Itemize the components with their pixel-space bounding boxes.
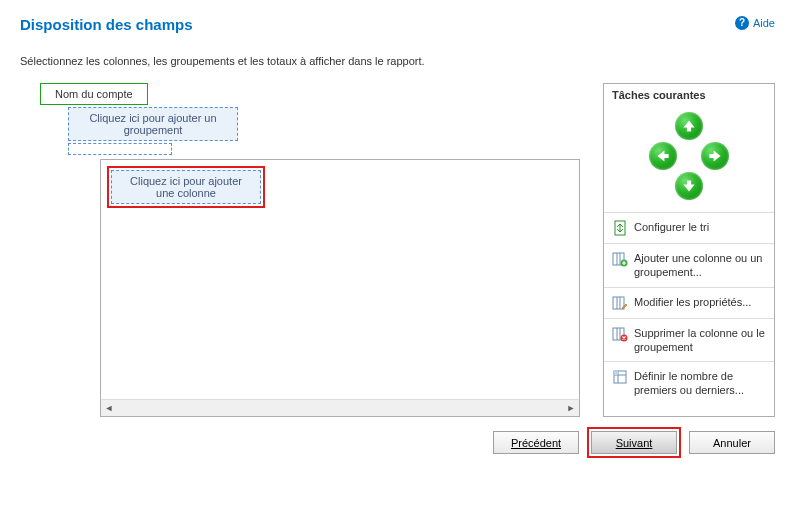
instruction-text: Sélectionnez les colonnes, les groupemen… [20,55,775,67]
properties-icon [612,295,628,311]
filter-n-icon [612,369,628,385]
help-icon: ? [735,16,749,30]
scroll-left-icon[interactable]: ◄ [101,400,117,416]
task-label: Supprimer la colonne ou le groupement [634,326,766,355]
layout-column: Nom du compte Cliquez ici pour ajouter u… [20,83,597,417]
grouping-indent-placeholder[interactable] [68,143,172,155]
arrow-down-icon [682,179,696,193]
task-label: Définir le nombre de premiers ou dernier… [634,369,766,398]
next-button-highlight: Suivant [587,427,681,458]
direction-arrows [604,106,774,213]
tasks-title: Tâches courantes [604,84,774,106]
tasks-panel: Tâches courantes Configurer le tri [603,83,775,417]
previous-button[interactable]: Précédent [493,431,579,454]
sort-icon [612,220,628,236]
task-label: Modifier les propriétés... [634,295,751,309]
footer-buttons: Précédent Suivant Annuler [20,427,775,458]
task-configure-sort[interactable]: Configurer le tri [604,213,774,244]
task-delete-column-group[interactable]: Supprimer la colonne ou le groupement [604,319,774,363]
horizontal-scrollbar[interactable]: ◄ ► [101,399,579,416]
next-label: Suivant [616,437,653,449]
task-add-column-group[interactable]: Ajouter une colonne ou un groupement... [604,244,774,288]
delete-column-icon [612,326,628,342]
arrow-right-button[interactable] [701,142,729,170]
prev-label: Précédent [511,437,561,449]
svg-rect-5 [613,297,624,309]
arrow-down-button[interactable] [675,172,703,200]
task-modify-properties[interactable]: Modifier les propriétés... [604,288,774,319]
help-label: Aide [753,17,775,29]
arrow-left-button[interactable] [649,142,677,170]
next-button[interactable]: Suivant [591,431,677,454]
task-label: Ajouter une colonne ou un groupement... [634,251,766,280]
add-column-placeholder[interactable]: Cliquez ici pour ajouter une colonne [111,170,261,204]
report-canvas: Cliquez ici pour ajouter une colonne ◄ ► [100,159,580,417]
main-area: Nom du compte Cliquez ici pour ajouter u… [20,83,775,417]
scroll-right-icon[interactable]: ► [563,400,579,416]
arrow-up-icon [682,119,696,133]
task-define-firsts-lasts[interactable]: Définir le nombre de premiers ou dernier… [604,362,774,405]
add-column-highlight: Cliquez ici pour ajouter une colonne [107,166,265,208]
account-name-field[interactable]: Nom du compte [40,83,148,105]
cancel-button[interactable]: Annuler [689,431,775,454]
help-link[interactable]: ? Aide [735,16,775,30]
arrow-up-button[interactable] [675,112,703,140]
page-title: Disposition des champs [20,16,193,33]
task-label: Configurer le tri [634,220,709,234]
arrow-left-icon [656,149,670,163]
add-column-icon [612,251,628,267]
header-row: Disposition des champs ? Aide [20,10,775,35]
add-grouping-placeholder[interactable]: Cliquez ici pour ajouter un groupement [68,107,238,141]
arrow-right-icon [708,149,722,163]
svg-rect-15 [614,371,618,375]
